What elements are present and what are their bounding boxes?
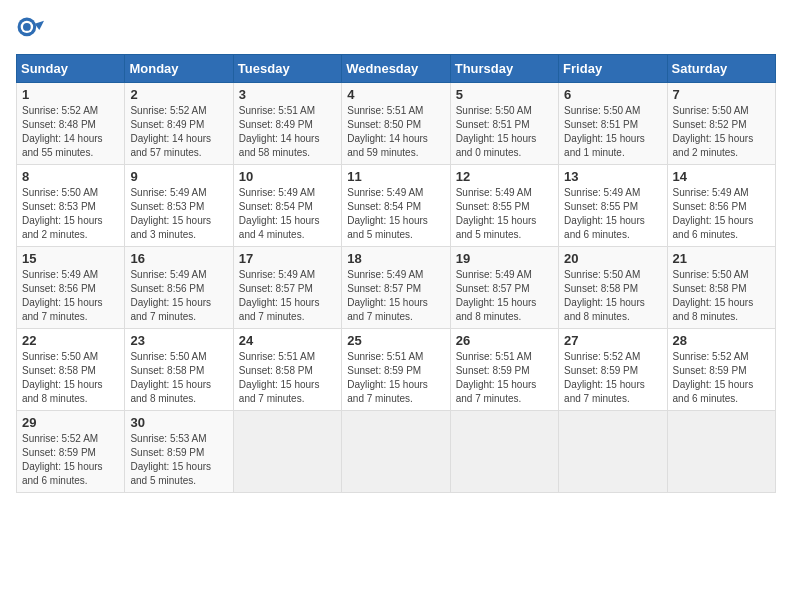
day-info: Sunrise: 5:49 AM Sunset: 8:57 PM Dayligh… [239, 268, 336, 324]
calendar-week-row: 29Sunrise: 5:52 AM Sunset: 8:59 PM Dayli… [17, 411, 776, 493]
calendar-day-cell: 16Sunrise: 5:49 AM Sunset: 8:56 PM Dayli… [125, 247, 233, 329]
day-number: 7 [673, 87, 770, 102]
day-info: Sunrise: 5:49 AM Sunset: 8:57 PM Dayligh… [347, 268, 444, 324]
day-number: 20 [564, 251, 661, 266]
day-info: Sunrise: 5:51 AM Sunset: 8:50 PM Dayligh… [347, 104, 444, 160]
day-info: Sunrise: 5:49 AM Sunset: 8:55 PM Dayligh… [456, 186, 553, 242]
logo-icon [16, 16, 44, 44]
day-number: 2 [130, 87, 227, 102]
calendar-week-row: 15Sunrise: 5:49 AM Sunset: 8:56 PM Dayli… [17, 247, 776, 329]
day-number: 16 [130, 251, 227, 266]
day-info: Sunrise: 5:49 AM Sunset: 8:56 PM Dayligh… [673, 186, 770, 242]
weekday-header-wednesday: Wednesday [342, 55, 450, 83]
calendar-day-cell: 26Sunrise: 5:51 AM Sunset: 8:59 PM Dayli… [450, 329, 558, 411]
calendar-day-cell: 15Sunrise: 5:49 AM Sunset: 8:56 PM Dayli… [17, 247, 125, 329]
day-number: 6 [564, 87, 661, 102]
day-info: Sunrise: 5:50 AM Sunset: 8:51 PM Dayligh… [456, 104, 553, 160]
day-info: Sunrise: 5:50 AM Sunset: 8:58 PM Dayligh… [130, 350, 227, 406]
day-number: 11 [347, 169, 444, 184]
calendar-header: SundayMondayTuesdayWednesdayThursdayFrid… [17, 55, 776, 83]
day-info: Sunrise: 5:50 AM Sunset: 8:51 PM Dayligh… [564, 104, 661, 160]
calendar-day-cell [667, 411, 775, 493]
day-number: 19 [456, 251, 553, 266]
calendar-day-cell: 20Sunrise: 5:50 AM Sunset: 8:58 PM Dayli… [559, 247, 667, 329]
day-info: Sunrise: 5:51 AM Sunset: 8:59 PM Dayligh… [347, 350, 444, 406]
day-number: 1 [22, 87, 119, 102]
day-number: 4 [347, 87, 444, 102]
calendar-body: 1Sunrise: 5:52 AM Sunset: 8:48 PM Daylig… [17, 83, 776, 493]
day-info: Sunrise: 5:51 AM Sunset: 8:49 PM Dayligh… [239, 104, 336, 160]
calendar-day-cell: 22Sunrise: 5:50 AM Sunset: 8:58 PM Dayli… [17, 329, 125, 411]
day-number: 27 [564, 333, 661, 348]
day-info: Sunrise: 5:52 AM Sunset: 8:59 PM Dayligh… [564, 350, 661, 406]
day-number: 13 [564, 169, 661, 184]
calendar-day-cell: 25Sunrise: 5:51 AM Sunset: 8:59 PM Dayli… [342, 329, 450, 411]
calendar-day-cell: 10Sunrise: 5:49 AM Sunset: 8:54 PM Dayli… [233, 165, 341, 247]
weekday-header-saturday: Saturday [667, 55, 775, 83]
day-number: 28 [673, 333, 770, 348]
day-info: Sunrise: 5:52 AM Sunset: 8:48 PM Dayligh… [22, 104, 119, 160]
calendar-day-cell: 21Sunrise: 5:50 AM Sunset: 8:58 PM Dayli… [667, 247, 775, 329]
calendar-day-cell: 1Sunrise: 5:52 AM Sunset: 8:48 PM Daylig… [17, 83, 125, 165]
day-number: 3 [239, 87, 336, 102]
day-info: Sunrise: 5:50 AM Sunset: 8:58 PM Dayligh… [564, 268, 661, 324]
day-info: Sunrise: 5:49 AM Sunset: 8:54 PM Dayligh… [239, 186, 336, 242]
day-info: Sunrise: 5:50 AM Sunset: 8:52 PM Dayligh… [673, 104, 770, 160]
day-number: 9 [130, 169, 227, 184]
calendar-week-row: 8Sunrise: 5:50 AM Sunset: 8:53 PM Daylig… [17, 165, 776, 247]
calendar-day-cell: 7Sunrise: 5:50 AM Sunset: 8:52 PM Daylig… [667, 83, 775, 165]
calendar-day-cell: 6Sunrise: 5:50 AM Sunset: 8:51 PM Daylig… [559, 83, 667, 165]
day-info: Sunrise: 5:49 AM Sunset: 8:56 PM Dayligh… [130, 268, 227, 324]
calendar-day-cell: 24Sunrise: 5:51 AM Sunset: 8:58 PM Dayli… [233, 329, 341, 411]
calendar-day-cell: 4Sunrise: 5:51 AM Sunset: 8:50 PM Daylig… [342, 83, 450, 165]
weekday-header-row: SundayMondayTuesdayWednesdayThursdayFrid… [17, 55, 776, 83]
day-info: Sunrise: 5:49 AM Sunset: 8:57 PM Dayligh… [456, 268, 553, 324]
calendar-day-cell: 3Sunrise: 5:51 AM Sunset: 8:49 PM Daylig… [233, 83, 341, 165]
calendar-day-cell: 29Sunrise: 5:52 AM Sunset: 8:59 PM Dayli… [17, 411, 125, 493]
day-info: Sunrise: 5:51 AM Sunset: 8:59 PM Dayligh… [456, 350, 553, 406]
weekday-header-monday: Monday [125, 55, 233, 83]
day-info: Sunrise: 5:50 AM Sunset: 8:58 PM Dayligh… [673, 268, 770, 324]
day-number: 12 [456, 169, 553, 184]
calendar-day-cell [559, 411, 667, 493]
calendar-day-cell: 13Sunrise: 5:49 AM Sunset: 8:55 PM Dayli… [559, 165, 667, 247]
calendar-day-cell: 23Sunrise: 5:50 AM Sunset: 8:58 PM Dayli… [125, 329, 233, 411]
calendar-table: SundayMondayTuesdayWednesdayThursdayFrid… [16, 54, 776, 493]
svg-marker-3 [35, 21, 44, 30]
day-info: Sunrise: 5:50 AM Sunset: 8:53 PM Dayligh… [22, 186, 119, 242]
day-info: Sunrise: 5:51 AM Sunset: 8:58 PM Dayligh… [239, 350, 336, 406]
day-info: Sunrise: 5:49 AM Sunset: 8:56 PM Dayligh… [22, 268, 119, 324]
day-info: Sunrise: 5:49 AM Sunset: 8:53 PM Dayligh… [130, 186, 227, 242]
day-number: 29 [22, 415, 119, 430]
calendar-day-cell: 12Sunrise: 5:49 AM Sunset: 8:55 PM Dayli… [450, 165, 558, 247]
day-info: Sunrise: 5:52 AM Sunset: 8:59 PM Dayligh… [22, 432, 119, 488]
day-number: 22 [22, 333, 119, 348]
day-info: Sunrise: 5:49 AM Sunset: 8:54 PM Dayligh… [347, 186, 444, 242]
day-number: 23 [130, 333, 227, 348]
calendar-week-row: 1Sunrise: 5:52 AM Sunset: 8:48 PM Daylig… [17, 83, 776, 165]
weekday-header-friday: Friday [559, 55, 667, 83]
day-number: 14 [673, 169, 770, 184]
calendar-day-cell: 27Sunrise: 5:52 AM Sunset: 8:59 PM Dayli… [559, 329, 667, 411]
calendar-day-cell [450, 411, 558, 493]
logo [16, 16, 48, 44]
day-number: 21 [673, 251, 770, 266]
calendar-day-cell: 28Sunrise: 5:52 AM Sunset: 8:59 PM Dayli… [667, 329, 775, 411]
day-number: 10 [239, 169, 336, 184]
calendar-day-cell: 18Sunrise: 5:49 AM Sunset: 8:57 PM Dayli… [342, 247, 450, 329]
day-number: 17 [239, 251, 336, 266]
calendar-week-row: 22Sunrise: 5:50 AM Sunset: 8:58 PM Dayli… [17, 329, 776, 411]
page-header [16, 16, 776, 44]
weekday-header-sunday: Sunday [17, 55, 125, 83]
calendar-day-cell: 17Sunrise: 5:49 AM Sunset: 8:57 PM Dayli… [233, 247, 341, 329]
day-number: 30 [130, 415, 227, 430]
day-number: 18 [347, 251, 444, 266]
calendar-day-cell: 2Sunrise: 5:52 AM Sunset: 8:49 PM Daylig… [125, 83, 233, 165]
calendar-day-cell: 19Sunrise: 5:49 AM Sunset: 8:57 PM Dayli… [450, 247, 558, 329]
calendar-day-cell [342, 411, 450, 493]
calendar-day-cell: 14Sunrise: 5:49 AM Sunset: 8:56 PM Dayli… [667, 165, 775, 247]
weekday-header-tuesday: Tuesday [233, 55, 341, 83]
day-number: 25 [347, 333, 444, 348]
day-number: 15 [22, 251, 119, 266]
calendar-day-cell: 30Sunrise: 5:53 AM Sunset: 8:59 PM Dayli… [125, 411, 233, 493]
